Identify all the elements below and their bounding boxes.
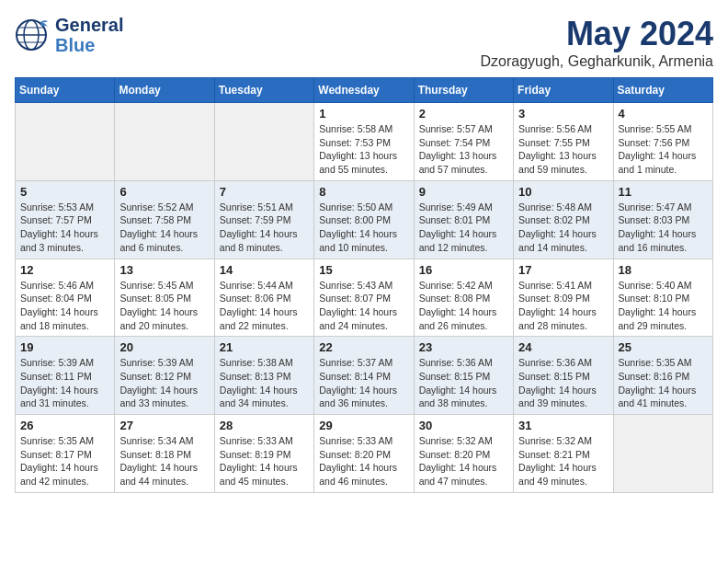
calendar-cell <box>115 103 214 181</box>
day-info: Sunrise: 5:50 AM Sunset: 8:00 PM Dayligh… <box>319 201 408 255</box>
day-info: Sunrise: 5:32 AM Sunset: 8:20 PM Dayligh… <box>419 434 508 488</box>
calendar-cell: 13Sunrise: 5:45 AM Sunset: 8:05 PM Dayli… <box>115 259 214 337</box>
day-info: Sunrise: 5:37 AM Sunset: 8:14 PM Dayligh… <box>319 356 408 410</box>
calendar-cell <box>214 103 313 181</box>
calendar-cell: 18Sunrise: 5:40 AM Sunset: 8:10 PM Dayli… <box>613 259 712 337</box>
day-number: 24 <box>518 340 608 354</box>
calendar-cell: 3Sunrise: 5:56 AM Sunset: 7:55 PM Daylig… <box>514 103 613 181</box>
calendar-cell <box>16 103 115 181</box>
calendar-cell: 1Sunrise: 5:58 AM Sunset: 7:53 PM Daylig… <box>314 103 414 181</box>
calendar-header-monday: Monday <box>115 78 214 103</box>
calendar-week-row-1: 1Sunrise: 5:58 AM Sunset: 7:53 PM Daylig… <box>16 103 713 181</box>
calendar-cell: 26Sunrise: 5:35 AM Sunset: 8:17 PM Dayli… <box>16 415 115 493</box>
calendar-cell: 11Sunrise: 5:47 AM Sunset: 8:03 PM Dayli… <box>613 180 712 259</box>
day-info: Sunrise: 5:51 AM Sunset: 7:59 PM Dayligh… <box>220 201 309 255</box>
day-info: Sunrise: 5:36 AM Sunset: 8:15 PM Dayligh… <box>518 356 608 410</box>
calendar-cell: 5Sunrise: 5:53 AM Sunset: 7:57 PM Daylig… <box>16 180 115 259</box>
day-number: 6 <box>119 185 209 199</box>
day-number: 4 <box>619 107 708 121</box>
day-info: Sunrise: 5:41 AM Sunset: 8:09 PM Dayligh… <box>518 279 608 333</box>
day-info: Sunrise: 5:44 AM Sunset: 8:06 PM Dayligh… <box>220 279 309 333</box>
day-info: Sunrise: 5:35 AM Sunset: 8:17 PM Dayligh… <box>20 434 109 488</box>
calendar-cell: 30Sunrise: 5:32 AM Sunset: 8:20 PM Dayli… <box>414 415 513 493</box>
calendar-header-wednesday: Wednesday <box>314 78 414 103</box>
calendar-cell: 17Sunrise: 5:41 AM Sunset: 8:09 PM Dayli… <box>514 259 613 337</box>
calendar-header-sunday: Sunday <box>16 78 115 103</box>
calendar-cell: 31Sunrise: 5:32 AM Sunset: 8:21 PM Dayli… <box>514 415 613 493</box>
day-info: Sunrise: 5:35 AM Sunset: 8:16 PM Dayligh… <box>619 356 708 410</box>
calendar-week-row-5: 26Sunrise: 5:35 AM Sunset: 8:17 PM Dayli… <box>16 415 713 493</box>
calendar-cell: 4Sunrise: 5:55 AM Sunset: 7:56 PM Daylig… <box>613 103 712 181</box>
calendar-cell: 2Sunrise: 5:57 AM Sunset: 7:54 PM Daylig… <box>414 103 513 181</box>
calendar-header-row: SundayMondayTuesdayWednesdayThursdayFrid… <box>16 78 713 103</box>
day-info: Sunrise: 5:36 AM Sunset: 8:15 PM Dayligh… <box>419 356 508 410</box>
day-info: Sunrise: 5:39 AM Sunset: 8:11 PM Dayligh… <box>20 356 109 410</box>
calendar-cell: 24Sunrise: 5:36 AM Sunset: 8:15 PM Dayli… <box>514 337 613 415</box>
day-number: 7 <box>220 185 309 199</box>
calendar-week-row-3: 12Sunrise: 5:46 AM Sunset: 8:04 PM Dayli… <box>16 259 713 337</box>
logo-text-blue: Blue <box>55 35 123 55</box>
day-info: Sunrise: 5:58 AM Sunset: 7:53 PM Dayligh… <box>319 122 408 177</box>
day-number: 5 <box>20 185 109 199</box>
day-info: Sunrise: 5:39 AM Sunset: 8:12 PM Dayligh… <box>119 356 209 410</box>
day-number: 8 <box>319 185 408 199</box>
logo-icon <box>15 18 50 52</box>
calendar-cell: 6Sunrise: 5:52 AM Sunset: 7:58 PM Daylig… <box>115 180 214 259</box>
logo-text-general: General <box>55 15 123 35</box>
day-number: 21 <box>220 340 309 354</box>
calendar-header-tuesday: Tuesday <box>214 78 313 103</box>
day-info: Sunrise: 5:33 AM Sunset: 8:20 PM Dayligh… <box>319 434 408 488</box>
calendar-cell: 9Sunrise: 5:49 AM Sunset: 8:01 PM Daylig… <box>414 180 513 259</box>
day-number: 17 <box>518 263 608 277</box>
day-number: 19 <box>20 340 109 354</box>
calendar-cell: 25Sunrise: 5:35 AM Sunset: 8:16 PM Dayli… <box>613 337 712 415</box>
calendar-header-thursday: Thursday <box>414 78 513 103</box>
day-number: 29 <box>319 419 408 432</box>
day-number: 9 <box>419 185 508 199</box>
title-block: May 2024 Dzoragyugh, Gegharkunik, Armeni… <box>481 15 713 70</box>
day-number: 25 <box>619 340 708 354</box>
day-number: 3 <box>518 107 608 121</box>
day-number: 13 <box>119 263 209 277</box>
calendar-cell: 16Sunrise: 5:42 AM Sunset: 8:08 PM Dayli… <box>414 259 513 337</box>
calendar-cell: 15Sunrise: 5:43 AM Sunset: 8:07 PM Dayli… <box>314 259 414 337</box>
calendar-cell: 20Sunrise: 5:39 AM Sunset: 8:12 PM Dayli… <box>115 337 214 415</box>
page-header: General Blue May 2024 Dzoragyugh, Geghar… <box>15 15 713 70</box>
day-number: 11 <box>619 185 708 199</box>
calendar-week-row-4: 19Sunrise: 5:39 AM Sunset: 8:11 PM Dayli… <box>16 337 713 415</box>
day-number: 1 <box>319 107 408 121</box>
day-info: Sunrise: 5:34 AM Sunset: 8:18 PM Dayligh… <box>119 434 209 488</box>
day-number: 14 <box>220 263 309 277</box>
day-info: Sunrise: 5:57 AM Sunset: 7:54 PM Dayligh… <box>419 122 508 177</box>
day-info: Sunrise: 5:40 AM Sunset: 8:10 PM Dayligh… <box>619 279 708 333</box>
calendar-header-saturday: Saturday <box>613 78 712 103</box>
calendar-cell: 8Sunrise: 5:50 AM Sunset: 8:00 PM Daylig… <box>314 180 414 259</box>
day-number: 27 <box>119 419 209 432</box>
calendar-cell: 23Sunrise: 5:36 AM Sunset: 8:15 PM Dayli… <box>414 337 513 415</box>
day-info: Sunrise: 5:43 AM Sunset: 8:07 PM Dayligh… <box>319 279 408 333</box>
calendar-cell <box>613 415 712 493</box>
day-info: Sunrise: 5:56 AM Sunset: 7:55 PM Dayligh… <box>518 122 608 177</box>
calendar-cell: 14Sunrise: 5:44 AM Sunset: 8:06 PM Dayli… <box>214 259 313 337</box>
day-info: Sunrise: 5:45 AM Sunset: 8:05 PM Dayligh… <box>119 279 209 333</box>
day-info: Sunrise: 5:53 AM Sunset: 7:57 PM Dayligh… <box>20 201 109 255</box>
calendar-cell: 27Sunrise: 5:34 AM Sunset: 8:18 PM Dayli… <box>115 415 214 493</box>
day-number: 22 <box>319 340 408 354</box>
day-number: 16 <box>419 263 508 277</box>
day-number: 31 <box>518 419 608 432</box>
day-info: Sunrise: 5:47 AM Sunset: 8:03 PM Dayligh… <box>619 201 708 255</box>
calendar-week-row-2: 5Sunrise: 5:53 AM Sunset: 7:57 PM Daylig… <box>16 180 713 259</box>
calendar-header-friday: Friday <box>514 78 613 103</box>
day-number: 18 <box>619 263 708 277</box>
calendar-cell: 7Sunrise: 5:51 AM Sunset: 7:59 PM Daylig… <box>214 180 313 259</box>
day-number: 20 <box>119 340 209 354</box>
calendar-cell: 22Sunrise: 5:37 AM Sunset: 8:14 PM Dayli… <box>314 337 414 415</box>
day-info: Sunrise: 5:52 AM Sunset: 7:58 PM Dayligh… <box>119 201 209 255</box>
day-info: Sunrise: 5:32 AM Sunset: 8:21 PM Dayligh… <box>518 434 608 488</box>
day-number: 26 <box>20 419 109 432</box>
day-info: Sunrise: 5:48 AM Sunset: 8:02 PM Dayligh… <box>518 201 608 255</box>
day-number: 12 <box>20 263 109 277</box>
calendar-cell: 12Sunrise: 5:46 AM Sunset: 8:04 PM Dayli… <box>16 259 115 337</box>
day-number: 2 <box>419 107 508 121</box>
calendar-cell: 29Sunrise: 5:33 AM Sunset: 8:20 PM Dayli… <box>314 415 414 493</box>
